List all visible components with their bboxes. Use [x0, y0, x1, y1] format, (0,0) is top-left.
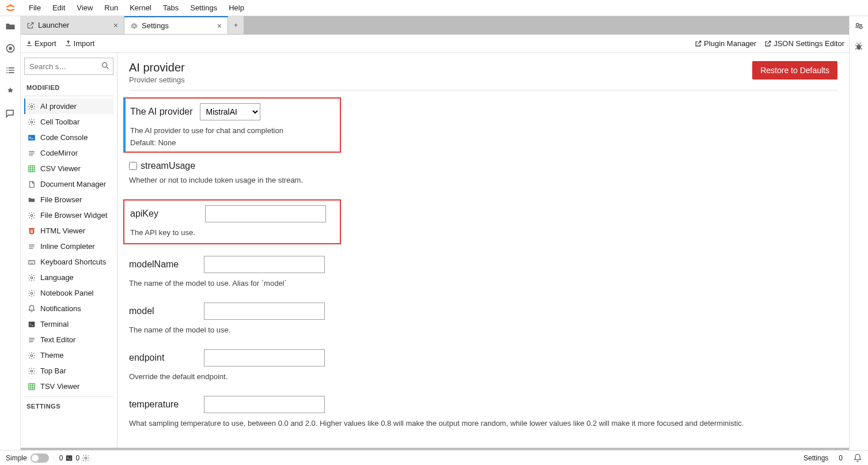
svg-point-8 — [31, 214, 33, 217]
external-icon — [695, 40, 702, 47]
category-item-text-editor[interactable]: Text Editor — [24, 332, 113, 347]
category-item-document-manager[interactable]: Document Manager — [24, 176, 113, 192]
svg-point-14 — [31, 370, 33, 372]
close-icon[interactable]: × — [113, 21, 118, 30]
extension-icon[interactable] — [5, 86, 16, 98]
category-item-notebook-panel[interactable]: Notebook Panel — [24, 285, 113, 301]
status-settings-label[interactable]: Settings — [803, 454, 828, 462]
category-item-inline-completer[interactable]: Inline Completer — [24, 239, 113, 254]
external-icon — [764, 40, 772, 47]
category-item-csv-viewer[interactable]: CSV Viewer — [24, 161, 113, 176]
svg-rect-15 — [29, 383, 35, 390]
menu-tabs[interactable]: Tabs — [157, 1, 184, 14]
svg-point-4 — [31, 105, 33, 108]
category-label: Theme — [40, 351, 63, 360]
category-item-ai-provider[interactable]: AI provider — [24, 99, 113, 114]
category-item-codemirror[interactable]: CodeMirror — [24, 145, 113, 161]
close-icon[interactable]: × — [217, 21, 222, 31]
tab-label: Launcher — [38, 21, 69, 29]
running-icon[interactable] — [5, 43, 16, 54]
category-label: Inline Completer — [40, 242, 95, 251]
svg-point-16 — [856, 24, 859, 27]
simple-label: Simple — [6, 454, 27, 462]
grid-icon — [28, 383, 36, 391]
field-label-modelname: modelName — [129, 259, 197, 270]
menubar: File Edit View Run Kernel Tabs Settings … — [0, 0, 868, 16]
tab-label: Settings — [142, 21, 169, 30]
svg-point-20 — [85, 457, 87, 459]
folder-icon — [28, 196, 36, 204]
modelname-input[interactable] — [204, 256, 325, 273]
category-label: Code Console — [40, 133, 88, 142]
model-input[interactable] — [204, 303, 325, 320]
apikey-input[interactable] — [205, 205, 326, 222]
menu-settings[interactable]: Settings — [184, 1, 223, 14]
category-label: Language — [40, 273, 74, 282]
lines-icon — [28, 243, 36, 251]
category-item-tsv-viewer[interactable]: TSV Viewer — [24, 379, 113, 394]
category-label: TSV Viewer — [40, 382, 79, 391]
chat-icon[interactable] — [5, 108, 16, 120]
category-label: Cell Toolbar — [40, 118, 79, 126]
search-input[interactable] — [24, 58, 113, 75]
toc-icon[interactable] — [5, 65, 16, 76]
category-label: HTML Viewer — [40, 226, 85, 235]
terminal-icon — [65, 454, 73, 462]
section-header-settings: SETTINGS — [24, 396, 113, 414]
debug-icon[interactable] — [854, 41, 864, 52]
menu-kernel[interactable]: Kernel — [124, 1, 157, 14]
launch-icon — [26, 21, 35, 29]
temperature-input[interactable] — [204, 396, 325, 413]
json-editor-label: JSON Settings Editor — [774, 39, 844, 48]
svg-point-13 — [31, 354, 33, 357]
category-item-code-console[interactable]: Code Console — [24, 130, 113, 145]
endpoint-input[interactable] — [204, 349, 325, 366]
stream-usage-checkbox[interactable] — [129, 162, 137, 170]
tab-launcher[interactable]: Launcher × — [21, 16, 124, 34]
category-item-theme[interactable]: Theme — [24, 347, 113, 363]
field-desc-apikey: The API key to use. — [130, 227, 334, 239]
property-inspector-icon[interactable] — [854, 21, 864, 31]
import-button[interactable]: Import — [65, 39, 95, 48]
category-item-file-browser-widget[interactable]: File Browser Widget — [24, 207, 113, 223]
provider-select[interactable]: MistralAI — [200, 103, 260, 120]
category-label: Notebook Panel — [40, 289, 94, 297]
export-button[interactable]: Export — [25, 39, 56, 48]
svg-point-18 — [856, 44, 861, 50]
category-item-html-viewer[interactable]: HTML Viewer — [24, 223, 113, 239]
menu-help[interactable]: Help — [223, 1, 250, 14]
simple-toggle[interactable] — [31, 453, 49, 463]
category-label: CodeMirror — [40, 149, 78, 157]
field-desc-stream: Whether or not to include token usage in… — [129, 175, 837, 187]
menu-view[interactable]: View — [71, 1, 98, 14]
restore-defaults-button[interactable]: Restore to Defaults — [752, 61, 837, 80]
tab-add-button[interactable]: + — [228, 16, 244, 34]
tab-settings[interactable]: Settings × — [124, 16, 228, 34]
left-rail — [0, 16, 21, 450]
field-label-endpoint: endpoint — [129, 353, 197, 363]
field-label-stream: streamUsage — [141, 161, 195, 171]
bell-icon[interactable] — [853, 453, 862, 463]
kernel-status-1[interactable]: 0 0 — [59, 454, 90, 462]
menu-edit[interactable]: Edit — [47, 1, 71, 14]
category-item-cell-toolbar[interactable]: Cell Toolbar — [24, 114, 113, 130]
svg-rect-7 — [29, 165, 35, 172]
settings-toolbar: Export Import Plugin Manager JSON Settin… — [21, 35, 849, 53]
category-item-file-browser[interactable]: File Browser — [24, 192, 113, 207]
plugin-manager-label: Plugin Manager — [704, 39, 756, 48]
menu-file[interactable]: File — [23, 1, 47, 14]
gear-icon — [28, 274, 36, 282]
plugin-manager-link[interactable]: Plugin Manager — [695, 39, 756, 48]
category-item-language[interactable]: Language — [24, 270, 113, 285]
category-label: File Browser Widget — [40, 211, 107, 220]
keyboard-icon — [28, 258, 36, 266]
category-item-notifications[interactable]: Notifications — [24, 301, 113, 316]
category-item-terminal[interactable]: Terminal — [24, 316, 113, 332]
category-item-keyboard-shortcuts[interactable]: Keyboard Shortcuts — [24, 254, 113, 270]
json-editor-link[interactable]: JSON Settings Editor — [764, 39, 844, 48]
category-label: CSV Viewer — [40, 164, 81, 173]
right-rail — [849, 16, 868, 450]
menu-run[interactable]: Run — [98, 1, 124, 14]
folder-icon[interactable] — [5, 21, 16, 32]
category-item-top-bar[interactable]: Top Bar — [24, 363, 113, 379]
